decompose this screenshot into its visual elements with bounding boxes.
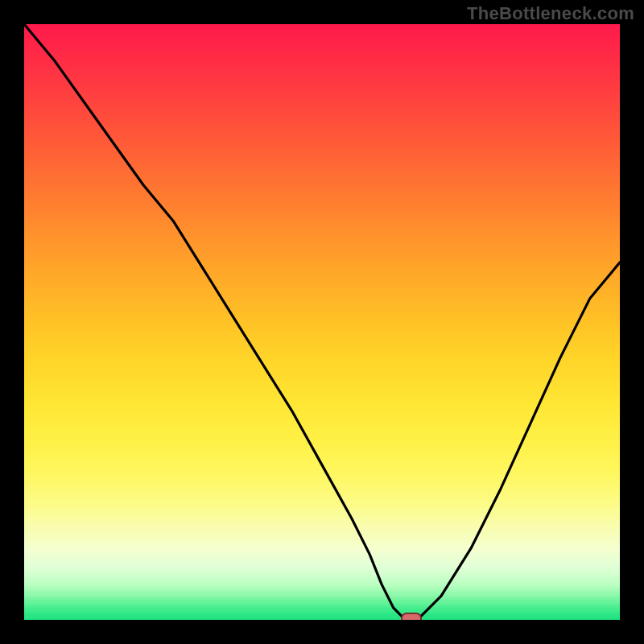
watermark-text: TheBottleneck.com	[467, 3, 634, 24]
curve-path	[24, 24, 620, 620]
optimal-marker	[401, 613, 422, 620]
bottleneck-curve	[24, 24, 620, 620]
plot-area	[24, 24, 620, 620]
chart-frame: TheBottleneck.com	[0, 0, 644, 644]
